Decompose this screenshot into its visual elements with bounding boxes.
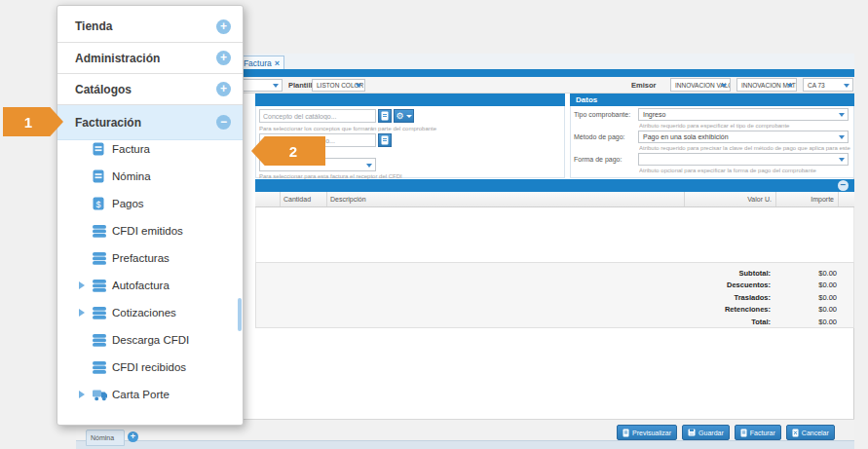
concepts-panel-header [255,94,565,106]
forma-pago-help: Atributo opcional para especificar la fo… [639,168,851,173]
database-icon [93,252,112,265]
expand-arrow-icon[interactable] [79,391,85,398]
database-icon [93,280,112,292]
chevron-down-icon [839,158,845,162]
sidebar-item-cotizaciones[interactable]: Cotizaciones [57,299,243,326]
close-icon[interactable]: × [275,59,280,68]
save-icon [688,429,696,436]
plus-icon[interactable] [216,19,231,34]
sidebar-item-pagos[interactable]: $ Pagos [57,190,243,217]
concept-options-button[interactable]: ⚙ [394,109,414,123]
chevron-down-icon [273,84,279,88]
plus-icon[interactable] [216,51,231,65]
database-icon [93,334,112,347]
taskbar-add-icon[interactable]: + [128,431,138,442]
sidebar-section-administracion[interactable]: Administración [57,43,243,74]
total-row-descuentos: Descuentos: $0.00 [256,280,853,292]
chevron-down-icon [356,84,361,88]
chevron-down-icon [787,84,793,88]
chevron-down-icon [839,113,845,117]
gear-icon: ⚙ [396,112,403,121]
tipo-comprobante-help: Atributo requerido para especificar el t… [639,123,851,129]
column-cantidad[interactable]: Cantidad [281,192,327,206]
chevron-down-icon [721,84,727,88]
concept-help-text: Para seleccionar los conceptos que forma… [259,126,503,131]
sidebar-item-cfdi-emitidos[interactable]: CFDI emitidos [57,217,243,244]
taskbar-tab-nomina[interactable]: Nómina [86,430,125,446]
sidebar-section-tienda[interactable]: Tienda [57,11,243,43]
column-actions [839,192,854,206]
database-icon [93,307,112,319]
plantilla-select[interactable]: LISTON COLOR [312,79,365,92]
expand-arrow-icon[interactable] [79,309,85,317]
minus-icon[interactable] [216,115,231,130]
datos-panel-header: Datos [570,94,854,106]
facturar-button[interactable]: Facturar [735,425,781,440]
forma-pago-label: Forma de pago: [574,156,622,163]
truck-icon [93,389,112,401]
plus-icon[interactable] [216,82,231,96]
navigation-menu: Tienda Administración Catálogos Facturac… [57,5,244,426]
taskbar [76,440,854,449]
total-row-retenciones: Retenciones: $0.00 [256,304,853,317]
cancel-icon [792,429,799,437]
document-icon [93,169,112,183]
tipo-comprobante-label: Tipo comprobante: [574,111,630,118]
sidebar-item-factura[interactable]: Factura [57,135,243,163]
chevron-down-icon [839,135,845,139]
column-rownum[interactable] [255,192,281,206]
sidebar-item-carta-porte[interactable]: Carta Porte [57,381,243,408]
total-row-traslados: Traslados: $0.00 [256,291,853,304]
column-descripcion[interactable]: Descripción [327,192,685,206]
tab-label: Factura [244,58,272,68]
items-table-header: Cantidad Descripción Valor U. Importe [255,192,854,207]
total-row-total: Total: $0.00 [256,316,853,328]
tipo-comprobante-select[interactable]: Ingreso [638,108,849,121]
emisor-select[interactable]: INNOVACION VALOR [670,78,731,92]
expand-arrow-icon[interactable] [79,281,85,289]
step-badge-1: 1 [3,107,63,136]
emisor-label: Emisor [631,81,656,90]
sidebar-item-nomina[interactable]: Nómina [57,163,243,190]
collapse-icon[interactable]: − [838,180,849,191]
screen: Factura × Addenda Plantilla: LISTON COLO… [0,0,868,449]
forma-pago-select[interactable] [638,153,849,166]
metodo-pago-help: Atributo requerido para precisar la clav… [639,145,851,151]
sidebar-item-descarga-cfdi[interactable]: Descarga CFDI [57,326,243,354]
chevron-down-icon [406,115,412,118]
column-valor-u[interactable]: Valor U. [685,192,776,206]
concept-search-input[interactable] [259,109,376,123]
document-icon [381,135,389,145]
database-icon [93,225,112,238]
column-importe[interactable]: Importe [776,192,839,206]
datos-panel-title: Datos [576,95,597,104]
invoice-icon [740,429,747,437]
concept-add-button[interactable] [378,109,392,123]
sucursal-select[interactable]: INNOVACION MATRIZ [736,78,797,92]
receptor-add-button[interactable] [378,133,392,147]
payment-document-icon: $ [93,197,112,210]
sidebar-item-prefacturas[interactable]: Prefacturas [57,244,243,272]
serie-select[interactable]: CA 73 [803,78,853,92]
chevron-down-icon [844,84,849,88]
footer-buttons: Previsualizar Guardar Facturar Cancelar [617,425,835,440]
sidebar-item-cfdi-recibidos[interactable]: CFDI recibidos [57,354,243,381]
sidebar-section-catalogos[interactable]: Catálogos [57,74,243,105]
scrollbar-thumb[interactable] [238,298,242,331]
document-icon [93,142,112,156]
previsualizar-button[interactable]: Previsualizar [617,425,677,440]
metodo-pago-select[interactable]: Pago en una sola exhibición [638,131,849,143]
document-icon [381,111,389,121]
chevron-down-icon [366,164,372,168]
total-row-subtotal: Subtotal: $0.00 [256,267,853,280]
guardar-button[interactable]: Guardar [682,425,730,440]
preview-icon [623,429,629,437]
step-badge-2: 2 [251,136,325,166]
sidebar-item-autofactura[interactable]: Autofactura [57,272,243,299]
metodo-pago-label: Método de pago: [574,133,625,140]
database-icon [93,361,112,374]
svg-text:$: $ [95,200,100,209]
items-table-body[interactable] [255,207,854,262]
totals-section: Subtotal: $0.00 Descuentos: $0.00 Trasla… [255,262,854,328]
cancelar-button[interactable]: Cancelar [786,425,835,440]
